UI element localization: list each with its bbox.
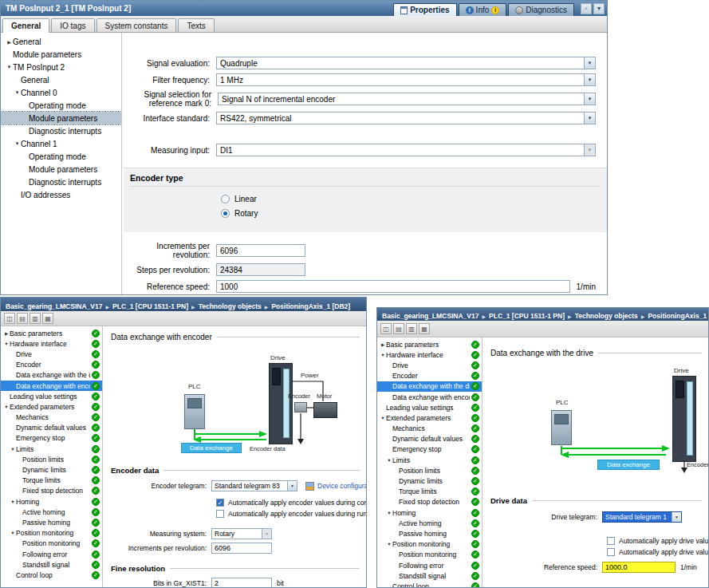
- drive-window-nav-drive[interactable]: Drive✓: [377, 360, 482, 370]
- signal-evaluation-dropdown[interactable]: Quadruple ▼: [216, 57, 596, 69]
- encoder-window-nav-hardware-interface[interactable]: ▼Hardware interface✓: [1, 338, 102, 349]
- filter-view-icon[interactable]: ▦: [42, 313, 53, 324]
- drive-window-nav-limits[interactable]: ▼Limits✓: [377, 455, 482, 465]
- chevron-expanded-icon[interactable]: ▼: [14, 141, 21, 146]
- breadcrumb-item[interactable]: PLC_1 [CPU 1511-1 PN]: [489, 312, 565, 320]
- module-nav-diagnostic-interrupts[interactable]: Diagnostic interrupts: [1, 176, 121, 188]
- drive-window-nav-active-homing[interactable]: Active homing✓: [377, 518, 482, 528]
- module-nav-operating-mode[interactable]: Operating mode: [1, 99, 121, 112]
- checkbox-icon[interactable]: [216, 510, 224, 518]
- expand-all-icon[interactable]: ▤: [393, 323, 404, 334]
- drive-window-nav-fixed-stop-detection[interactable]: Fixed stop detection✓: [377, 497, 482, 507]
- encoder-window-nav-basic-parameters[interactable]: ▶Basic parameters✓: [1, 328, 102, 338]
- drive-window-nav-torque-limits[interactable]: Torque limits✓: [377, 487, 482, 497]
- chevron-collapsed-icon[interactable]: ▶: [380, 342, 386, 347]
- encoder-window-nav-leading-value-settings[interactable]: Leading value settings✓: [1, 391, 102, 401]
- module-nav-operating-mode[interactable]: Operating mode: [1, 150, 121, 163]
- tab-properties[interactable]: Properties: [393, 3, 456, 16]
- chevron-expanded-icon[interactable]: ▼: [386, 542, 392, 547]
- drive-window-nav-extended-parameters[interactable]: ▼Extended parameters✓: [377, 412, 482, 423]
- drive-window-nav-basic-parameters[interactable]: ▶Basic parameters✓: [377, 339, 482, 349]
- radio-selected-icon[interactable]: [221, 209, 230, 218]
- module-nav-channel-1[interactable]: ▼Channel 1: [1, 137, 121, 150]
- breadcrumb-item[interactable]: Basic_gearing_LMCSINA_V17: [6, 302, 102, 310]
- module-nav-module-parameters[interactable]: Module parameters: [1, 48, 121, 61]
- breadcrumb-item[interactable]: Basic_gearing_LMCSINA_V17: [382, 312, 479, 320]
- drive-window-nav-data-exchange-with-encoder[interactable]: Data exchange with encoder✓: [377, 392, 482, 402]
- encoder-window-nav-position-monitoring[interactable]: Position monitoring✓: [1, 539, 102, 549]
- dropdown-arrow-icon[interactable]: ▼: [584, 57, 595, 69]
- chevron-collapsed-icon[interactable]: ▶: [6, 39, 13, 45]
- module-nav-general[interactable]: ▶General: [1, 35, 121, 48]
- measuring-input-dropdown[interactable]: DI1 ▼: [216, 144, 596, 156]
- encoder-window-nav-data-exchange-with-encoder[interactable]: Data exchange with encoder✓: [1, 381, 102, 391]
- chevron-expanded-icon[interactable]: ▼: [10, 531, 16, 535]
- chevron-expanded-icon[interactable]: ▼: [10, 499, 16, 504]
- drive-window-nav-following-error[interactable]: Following error✓: [377, 560, 482, 570]
- dropdown-arrow-icon[interactable]: ▼: [584, 112, 595, 124]
- drive-window-nav-mechanics[interactable]: Mechanics✓: [377, 424, 482, 434]
- encoder-window-nav-mechanics[interactable]: Mechanics✓: [1, 412, 102, 423]
- checkbox-icon[interactable]: [607, 548, 615, 556]
- chevron-expanded-icon[interactable]: ▼: [6, 65, 13, 69]
- tab-texts[interactable]: Texts: [178, 18, 214, 32]
- device-configuration-link[interactable]: Device configuration: [317, 482, 366, 490]
- increments-per-revolution-input[interactable]: [216, 244, 305, 257]
- drive-window-nav-position-limits[interactable]: Position limits✓: [377, 465, 482, 476]
- module-nav-module-parameters[interactable]: Module parameters: [1, 163, 121, 176]
- tab-system-constants[interactable]: System constants: [97, 18, 177, 32]
- filter-frequency-dropdown[interactable]: 1 MHz ▼: [216, 73, 596, 86]
- interface-standard-dropdown[interactable]: RS422, symmetrical ▼: [216, 112, 596, 124]
- tab-diagnostics[interactable]: Diagnostics: [508, 3, 574, 16]
- expand-panel-icon[interactable]: ▫: [581, 3, 592, 14]
- drive-window-nav-standstill-signal[interactable]: Standstill signal✓: [377, 570, 482, 581]
- encoder-window-nav-data-exchange-with-the-drive[interactable]: Data exchange with the drive✓: [1, 370, 102, 381]
- drive-window-nav-hardware-interface[interactable]: ▼Hardware interface✓: [377, 349, 482, 360]
- tab-io-tags[interactable]: IO tags: [51, 18, 94, 32]
- encoder-type-rotary-radio[interactable]: Rotary: [221, 209, 599, 218]
- checkbox-icon[interactable]: [607, 537, 615, 545]
- drive-window-nav-leading-value-settings[interactable]: Leading value settings✓: [377, 402, 482, 412]
- encoder-window-nav-dynamic-default-values[interactable]: Dynamic default values✓: [1, 423, 102, 433]
- chevron-expanded-icon[interactable]: ▼: [380, 416, 386, 420]
- encoder-window-nav-position-monitoring[interactable]: ▼Position monitoring✓: [1, 528, 102, 539]
- drive-window-nav-passive-homing[interactable]: Passive homing✓: [377, 528, 482, 539]
- signal-selection-reference-mark-dropdown[interactable]: Signal N of incremental encoder ▼: [218, 93, 596, 105]
- chevron-expanded-icon[interactable]: ▼: [10, 447, 16, 452]
- encoder-window-nav-extended-parameters[interactable]: ▼Extended parameters✓: [1, 401, 102, 412]
- reference-speed-input[interactable]: [216, 280, 570, 293]
- apply-encoder-values-online-checkbox[interactable]: Automatically apply encoder values durin…: [216, 510, 366, 518]
- drive-window-nav-homing[interactable]: ▼Homing✓: [377, 507, 482, 518]
- dropdown-arrow-icon[interactable]: ▼: [287, 481, 297, 491]
- chevron-expanded-icon[interactable]: ▼: [3, 341, 10, 346]
- dropdown-arrow-icon[interactable]: ▼: [672, 512, 681, 522]
- encoder-window-nav-drive[interactable]: Drive✓: [1, 349, 102, 359]
- module-nav-diagnostic-interrupts[interactable]: Diagnostic interrupts: [1, 124, 121, 137]
- breadcrumb-item[interactable]: Technology objects: [199, 302, 262, 310]
- breadcrumb-item[interactable]: PositioningAxis_1 [DB2]: [271, 302, 350, 310]
- bits-gx-xist1-input[interactable]: [211, 578, 272, 587]
- drive-window-nav-position-monitoring[interactable]: Position monitoring✓: [377, 550, 482, 560]
- encoder-window-nav-emergency-stop[interactable]: Emergency stop✓: [1, 433, 102, 444]
- breadcrumb-item[interactable]: PositioningAxis_1 [DB2]: [648, 312, 708, 320]
- function-view-icon[interactable]: ◫: [380, 323, 392, 334]
- apply-drive-values-online-checkbox[interactable]: Automatically apply drive values during …: [607, 548, 708, 556]
- collapse-all-icon[interactable]: ▥: [30, 313, 41, 324]
- chevron-expanded-icon[interactable]: ▼: [380, 353, 386, 357]
- chevron-expanded-icon[interactable]: ▼: [386, 511, 392, 515]
- drive-window-nav-emergency-stop[interactable]: Emergency stop✓: [377, 444, 482, 455]
- encoder-window-nav-dynamic-limits[interactable]: Dynamic limits✓: [1, 464, 102, 475]
- chevron-expanded-icon[interactable]: ▼: [3, 404, 10, 409]
- apply-encoder-values-offline-checkbox[interactable]: Automatically apply encoder values durin…: [216, 499, 366, 507]
- dropdown-arrow-icon[interactable]: ▼: [584, 74, 595, 85]
- drive-telegram-dropdown[interactable]: Standard telegram 1 ▼: [602, 511, 682, 523]
- module-nav-general[interactable]: General: [1, 73, 121, 86]
- chevron-expanded-icon[interactable]: ▼: [386, 458, 392, 463]
- breadcrumb-item[interactable]: PLC_1 [CPU 1511-1 PN]: [112, 302, 188, 310]
- encoder-window-nav-fixed-stop-detection[interactable]: Fixed stop detection✓: [1, 486, 102, 496]
- module-nav-module-parameters[interactable]: Module parameters: [1, 112, 121, 124]
- radio-icon[interactable]: [221, 195, 230, 203]
- filter-view-icon[interactable]: ▦: [419, 323, 430, 334]
- collapse-panel-icon[interactable]: ▾: [593, 3, 605, 14]
- encoder-window-nav-following-error[interactable]: Following error✓: [1, 549, 102, 559]
